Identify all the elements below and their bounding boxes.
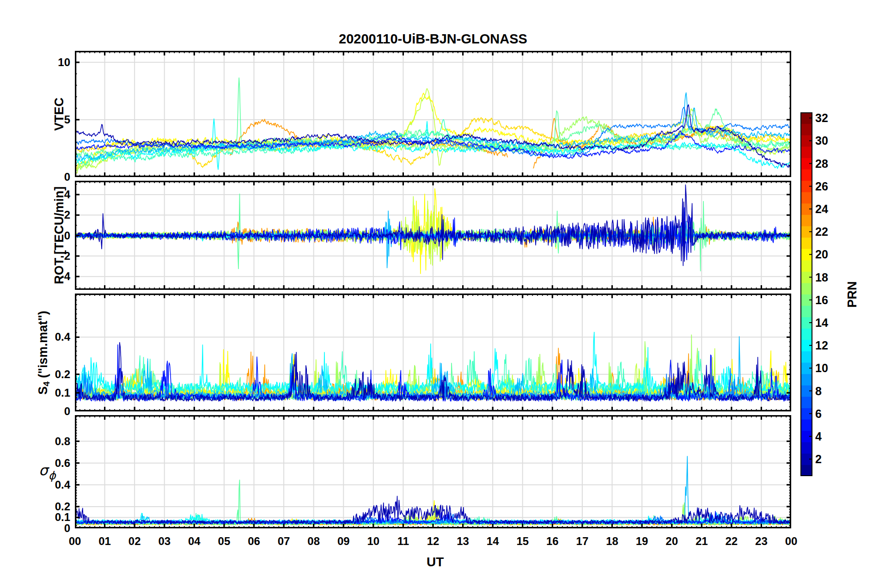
x-tick-label: 02 bbox=[120, 534, 149, 548]
colorbar-tick-label: 26 bbox=[815, 179, 848, 193]
x-tick-label: 18 bbox=[598, 534, 627, 548]
x-tick-label: 07 bbox=[269, 534, 299, 548]
x-tick-label: 20 bbox=[657, 534, 687, 548]
y-tick-label-s4: 0.4 bbox=[0, 330, 70, 344]
y-axis-label-sigma_phi: σϕ bbox=[39, 462, 55, 478]
chart-title: 20200110-UiB-BJN-GLONASS bbox=[75, 31, 791, 47]
colorbar-tick-label: 30 bbox=[815, 134, 848, 147]
x-tick-label: 05 bbox=[209, 534, 239, 548]
panel-canvas-vtec bbox=[75, 51, 791, 177]
figure: 20200110-UiB-BJN-GLONASS 0510VTEC-4-2024… bbox=[0, 0, 879, 588]
x-tick-label: 13 bbox=[448, 534, 478, 548]
colorbar-tick-label: 20 bbox=[815, 247, 848, 261]
panel-canvas-s4 bbox=[75, 294, 791, 411]
x-tick-label: 00 bbox=[776, 534, 806, 548]
x-tick-label: 22 bbox=[717, 534, 746, 548]
colorbar-tick-label: 10 bbox=[815, 361, 848, 375]
x-tick-label: 09 bbox=[329, 534, 358, 548]
y-tick-label-s4: 0.2 bbox=[0, 368, 70, 381]
x-tick-label: 01 bbox=[90, 534, 120, 548]
x-tick-label: 00 bbox=[60, 534, 90, 548]
y-tick-label-sigma_phi: 0.4 bbox=[0, 478, 70, 492]
x-tick-label: 14 bbox=[478, 534, 507, 548]
colorbar-tick-label: 12 bbox=[815, 338, 848, 352]
colorbar-tick-label: 28 bbox=[815, 157, 848, 171]
x-axis-label: UT bbox=[427, 555, 444, 570]
colorbar-tick-label: 18 bbox=[815, 270, 848, 284]
x-tick-label: 11 bbox=[388, 534, 418, 548]
y-axis-label-rot: ROT [TECU/min] bbox=[52, 186, 67, 284]
y-tick-label-vtec: 0 bbox=[0, 170, 70, 184]
y-tick-label-sigma_phi: 0.6 bbox=[0, 456, 70, 470]
colorbar-tick-label: 8 bbox=[815, 384, 848, 398]
y-axis-label-s4: S4 ("ism.mat") bbox=[36, 311, 52, 395]
y-tick-label-vtec: 10 bbox=[0, 55, 70, 69]
x-tick-label: 03 bbox=[150, 534, 179, 548]
colorbar-tick-label: 32 bbox=[815, 111, 848, 125]
x-tick-label: 15 bbox=[508, 534, 537, 548]
y-tick-label-s4: 0 bbox=[0, 404, 70, 418]
colorbar bbox=[800, 112, 812, 476]
y-axis-label-vtec: VTEC bbox=[52, 97, 67, 130]
x-tick-label: 21 bbox=[687, 534, 716, 548]
x-tick-label: 10 bbox=[359, 534, 388, 548]
x-tick-label: 06 bbox=[239, 534, 269, 548]
colorbar-tick-label: 22 bbox=[815, 225, 848, 239]
colorbar-tick-label: 4 bbox=[815, 429, 848, 443]
colorbar-tick-label: 6 bbox=[815, 407, 848, 421]
colorbar-tick-label: 2 bbox=[815, 452, 848, 466]
panel-canvas-sigma_phi bbox=[75, 415, 791, 528]
y-tick-label-s4: 0.1 bbox=[0, 386, 70, 400]
colorbar-label: PRN bbox=[845, 281, 860, 307]
x-tick-label: 16 bbox=[537, 534, 567, 548]
y-tick-label-sigma_phi: 0.2 bbox=[0, 500, 70, 514]
x-tick-label: 19 bbox=[627, 534, 657, 548]
panel-canvas-rot bbox=[75, 181, 791, 290]
colorbar-tick-label: 16 bbox=[815, 293, 848, 307]
x-tick-label: 12 bbox=[418, 534, 448, 548]
y-tick-label-sigma_phi: 0.8 bbox=[0, 435, 70, 448]
colorbar-tick-label: 24 bbox=[815, 202, 848, 216]
x-tick-label: 23 bbox=[746, 534, 776, 548]
x-tick-label: 04 bbox=[179, 534, 209, 548]
colorbar-tick-label: 14 bbox=[815, 316, 848, 330]
x-tick-label: 17 bbox=[568, 534, 597, 548]
x-tick-label: 08 bbox=[299, 534, 329, 548]
